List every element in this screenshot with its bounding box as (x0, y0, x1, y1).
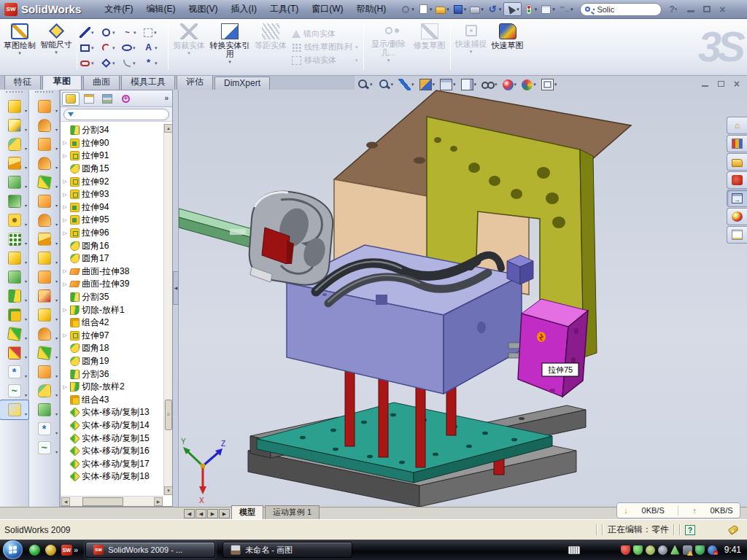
scrollbar-thumb[interactable] (165, 400, 172, 430)
tab-nav-button[interactable]: ▶ (219, 509, 230, 518)
search-input[interactable]: Solic (597, 5, 614, 14)
dropdown-arrow-icon[interactable]: ▾ (55, 146, 58, 151)
dropdown-arrow-icon[interactable]: ▾ (25, 298, 27, 303)
ribbon-tab[interactable]: DimXpert (214, 77, 270, 90)
expander-icon[interactable]: ▷ (62, 307, 68, 313)
task-pane-tab[interactable] (727, 135, 747, 152)
dropdown-arrow-icon[interactable]: ▾ (516, 7, 519, 12)
magenta-front-face[interactable] (518, 314, 568, 397)
dropdown-arrow-icon[interactable]: ▾ (55, 373, 58, 378)
dropdown-arrow-icon[interactable]: ▾ (25, 279, 27, 284)
expander-icon[interactable]: ▷ (62, 217, 68, 223)
toolbar-button[interactable]: ▾ (29, 362, 59, 381)
sketch-entity-button[interactable]: ▾ (101, 40, 122, 55)
sketch-entity-button[interactable]: ▾ (80, 55, 101, 71)
toolbar-button[interactable]: ▾ (0, 287, 28, 306)
toolbar-button[interactable]: ▾ (29, 97, 59, 116)
toolbar-button[interactable]: ▾ (522, 3, 539, 16)
toolbar-button[interactable]: ▾ (417, 3, 434, 15)
dropdown-arrow-icon[interactable]: ▾ (112, 45, 115, 51)
toolbar-button[interactable]: ▾ (29, 192, 59, 211)
tray-icon[interactable] (633, 545, 643, 555)
dropdown-arrow-icon[interactable]: ▾ (25, 373, 27, 378)
toolbar-button[interactable]: ⺍.. ▾ (557, 3, 575, 16)
dropdown-arrow-icon[interactable]: ▾ (55, 411, 58, 416)
sketch-entity-button[interactable]: ▾ (80, 25, 101, 40)
keyboard-layout-icon[interactable] (568, 546, 580, 554)
scroll-up-button[interactable]: ▲ (164, 124, 173, 133)
rapid-sketch-button[interactable]: 快速草图 (489, 21, 526, 73)
toolbar-button[interactable]: ▾ (0, 211, 28, 230)
dropdown-arrow-icon[interactable]: ▾ (464, 7, 467, 12)
sketch-entity-button[interactable]: ▾ (143, 25, 164, 40)
header-chevron-icon[interactable]: » (164, 94, 171, 102)
dropdown-arrow-icon[interactable]: ▾ (55, 316, 58, 322)
toolbar-button[interactable]: ▾ (29, 249, 59, 268)
dropdown-arrow-icon[interactable]: ▾ (25, 354, 27, 359)
dropdown-arrow-icon[interactable]: ▾ (155, 45, 158, 51)
dropdown-arrow-icon[interactable]: ▾ (391, 82, 394, 88)
heads-up-button[interactable]: ▾ (398, 79, 414, 90)
dropdown-arrow-icon[interactable]: ▾ (570, 7, 573, 12)
quick-launch-icon[interactable]: SW (61, 545, 72, 556)
tray-icon[interactable] (621, 545, 630, 555)
dropdown-arrow-icon[interactable]: ▾ (133, 61, 136, 66)
tree-vertical-scrollbar[interactable]: ▲ ▼ (163, 124, 172, 495)
ribbon-tab[interactable]: 模具工具 (121, 74, 175, 90)
repair-sketch-button[interactable]: 修复草图 (411, 21, 448, 73)
tree-item[interactable]: ▷ 曲面-拉伸39 (62, 278, 163, 291)
dropdown-arrow-icon[interactable]: ▾ (25, 316, 27, 322)
toolbar-button[interactable]: ▾ (434, 3, 451, 15)
toolbar-button[interactable]: ▾ (29, 211, 59, 230)
dropdown-arrow-icon[interactable]: ▾ (25, 392, 27, 397)
tree-item[interactable]: ▷ 组合43 (62, 393, 163, 406)
expander-icon[interactable]: ▷ (62, 332, 68, 338)
menu-item[interactable]: 工具(T) (264, 1, 304, 18)
dropdown-arrow-icon[interactable]: ▾ (533, 82, 536, 88)
dropdown-arrow-icon[interactable]: ▾ (25, 165, 27, 170)
task-pane-tab[interactable] (727, 153, 747, 171)
manager-tab-button[interactable] (62, 92, 80, 106)
toolbar-button[interactable]: ▾ (29, 173, 59, 192)
dropdown-arrow-icon[interactable]: ▾ (499, 7, 502, 12)
dropdown-arrow-icon[interactable]: ▾ (25, 184, 27, 189)
dropdown-arrow-icon[interactable]: ▾ (155, 61, 158, 66)
tray-icon[interactable] (670, 545, 680, 555)
dropdown-arrow-icon[interactable]: ▾ (112, 30, 115, 36)
quick-launch-icon[interactable] (45, 545, 56, 556)
tree-item[interactable]: ▷ 实体-移动/复制18 (62, 470, 163, 483)
tree-item[interactable]: ▷ 拉伸92 (62, 175, 163, 188)
toolbar-button[interactable]: ▾ (29, 324, 59, 343)
toolbar-button[interactable]: ▾ (29, 287, 59, 306)
dropdown-arrow-icon[interactable]: ▾ (55, 449, 58, 454)
minimize-button[interactable] (687, 6, 694, 12)
dropdown-arrow-icon[interactable]: ▾ (433, 82, 436, 88)
heads-up-button[interactable]: ▾ (503, 79, 517, 90)
tree-item[interactable]: ▷ 圆角19 (62, 355, 163, 368)
quick-launch-icon[interactable] (29, 545, 40, 556)
taskbar-button[interactable]: SW SolidWorks 2009 - ... (85, 542, 215, 558)
toolbar-button[interactable]: ▾ (0, 249, 28, 268)
toolbar-button[interactable]: ▾ (503, 2, 522, 16)
menu-item[interactable]: 视图(V) (183, 1, 224, 18)
task-pane-tab[interactable]: ⌂ (727, 117, 747, 134)
tree-item[interactable]: ▷ 分割35 (62, 291, 163, 304)
dropdown-arrow-icon[interactable]: ▾ (25, 411, 27, 416)
tree-item[interactable]: ▷ 圆角18 (62, 342, 163, 355)
sketch-entity-button[interactable]: * ▾ (143, 55, 164, 71)
ribbon-tab[interactable]: 特征 (4, 74, 41, 90)
dropdown-arrow-icon[interactable]: ▾ (481, 7, 484, 12)
dropdown-arrow-icon[interactable]: ▾ (55, 50, 58, 55)
linear-sketch-pattern-button[interactable]: 线性草图阵列 ▾ (292, 42, 358, 52)
tree-item[interactable]: ▷ 拉伸90 (62, 137, 163, 150)
expander-icon[interactable]: ▷ (62, 179, 68, 184)
sketch-entity-button[interactable]: A ▾ (143, 40, 164, 55)
toolbar-button[interactable]: ▾ (29, 268, 59, 287)
tray-icon[interactable] (646, 545, 655, 555)
doc-restore-button[interactable] (718, 81, 724, 87)
toolbar-button[interactable]: ▾ (468, 4, 485, 15)
dropdown-arrow-icon[interactable]: ▾ (55, 354, 58, 359)
search-box[interactable]: ▾ Solic (580, 3, 662, 16)
dropdown-arrow-icon[interactable]: ▾ (25, 260, 27, 265)
dropdown-arrow-icon[interactable]: ▾ (228, 59, 231, 65)
